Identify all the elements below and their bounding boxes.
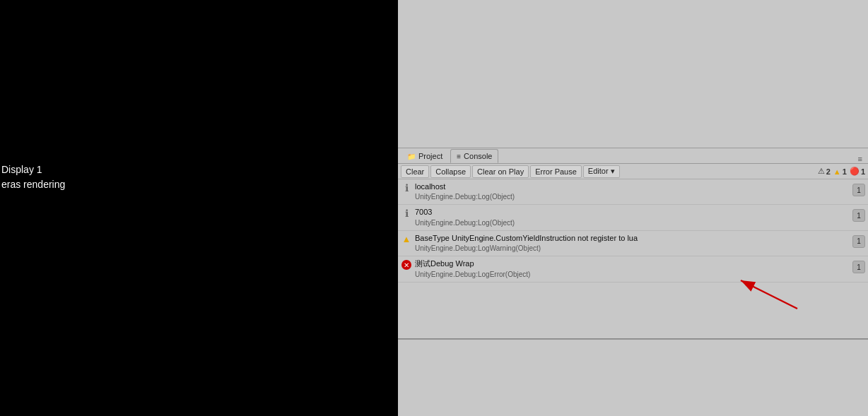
info-badge-icon: ⚠ <box>818 167 825 176</box>
clear-on-play-button[interactable]: Clear on Play <box>472 165 529 178</box>
log-badge-2: 1 <box>852 235 865 248</box>
tab-menu-button[interactable]: ≡ <box>855 155 865 163</box>
collapse-button[interactable]: Collapse <box>430 165 471 178</box>
log-icon-0: ℹ <box>401 182 412 194</box>
warning-badge-group[interactable]: ▲ 1 <box>833 167 847 176</box>
log-sub-1: UnityEngine.Debug:Log(Object) <box>415 218 850 228</box>
log-main-0: localhost <box>415 182 850 192</box>
log-main-2: BaseType UnityEngine.CustomYieldInstruct… <box>415 233 850 244</box>
log-content-3: 测试Debug Wrap UnityEngine.Debug:LogError(… <box>415 258 850 279</box>
log-icon-3: ✕ <box>401 259 412 271</box>
info-icon-0: ℹ <box>405 182 409 194</box>
log-content-2: BaseType UnityEngine.CustomYieldInstruct… <box>415 233 850 254</box>
warning-badge-count: 1 <box>843 167 847 176</box>
log-icon-2: ▲ <box>401 234 412 245</box>
log-main-1: 7003 <box>415 207 850 218</box>
console-log[interactable]: ℹ localhost UnityEngine.Debug:Log(Object… <box>398 179 868 338</box>
error-badge-icon: 🔴 <box>850 167 860 176</box>
error-icon-3: ✕ <box>401 260 411 270</box>
editor-dropdown-button[interactable]: Editor ▾ <box>583 165 620 178</box>
tab-project-label: Project <box>418 152 442 160</box>
tab-bar: 📁 Project ≡ Console ≡ <box>398 148 868 164</box>
info-badge-count: 2 <box>826 167 831 176</box>
game-view: Display 1 eras rendering <box>0 0 398 416</box>
detail-panel <box>398 339 868 416</box>
log-sub-0: UnityEngine.Debug:Log(Object) <box>415 192 850 202</box>
display-label: Display 1 <box>1 162 65 177</box>
log-entry-1[interactable]: ℹ 7003 UnityEngine.Debug:Log(Object) 1 <box>398 205 868 230</box>
cameras-label: eras rendering <box>1 177 65 192</box>
project-icon: 📁 <box>407 153 416 160</box>
error-pause-button[interactable]: Error Pause <box>530 165 582 178</box>
game-view-display-text: Display 1 eras rendering <box>1 162 65 192</box>
error-badge-count: 1 <box>861 167 865 176</box>
tab-project[interactable]: 📁 Project <box>401 149 449 163</box>
warning-badge-icon: ▲ <box>833 167 841 176</box>
console-icon: ≡ <box>457 153 461 160</box>
error-badge-group[interactable]: 🔴 1 <box>850 167 865 176</box>
svg-line-1 <box>741 280 797 309</box>
log-entry-3[interactable]: ✕ 测试Debug Wrap UnityEngine.Debug:LogErro… <box>398 256 868 282</box>
log-badge-1: 1 <box>852 209 865 222</box>
tab-console-label: Console <box>464 152 492 160</box>
log-entry-2[interactable]: ▲ BaseType UnityEngine.CustomYieldInstru… <box>398 231 868 256</box>
log-icon-1: ℹ <box>401 208 412 219</box>
log-content-1: 7003 UnityEngine.Debug:Log(Object) <box>415 207 850 227</box>
right-area: 📁 Project ≡ Console ≡ Clear Collapse Cle… <box>398 0 868 416</box>
console-toolbar: Clear Collapse Clear on Play Error Pause… <box>398 164 868 179</box>
tab-console[interactable]: ≡ Console <box>450 149 498 163</box>
log-badge-0: 1 <box>852 184 865 196</box>
top-panel <box>398 0 868 148</box>
log-content-0: localhost UnityEngine.Debug:Log(Object) <box>415 182 850 202</box>
clear-button[interactable]: Clear <box>401 165 429 178</box>
log-main-3: 测试Debug Wrap <box>415 258 850 269</box>
warning-icon-2: ▲ <box>402 234 411 244</box>
log-sub-2: UnityEngine.Debug:LogWarning(Object) <box>415 244 850 254</box>
badge-area: ⚠ 2 ▲ 1 🔴 1 <box>818 167 865 176</box>
console-panel: 📁 Project ≡ Console ≡ Clear Collapse Cle… <box>398 148 868 339</box>
log-badge-3: 1 <box>852 261 865 273</box>
info-badge-group[interactable]: ⚠ 2 <box>818 167 831 176</box>
log-entry-0[interactable]: ℹ localhost UnityEngine.Debug:Log(Object… <box>398 179 868 205</box>
log-sub-3: UnityEngine.Debug:LogError(Object) <box>415 270 850 280</box>
info-icon-1: ℹ <box>405 208 409 219</box>
